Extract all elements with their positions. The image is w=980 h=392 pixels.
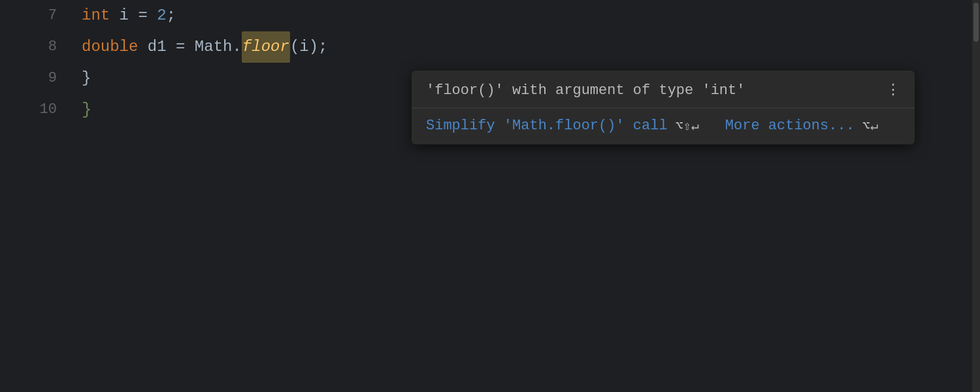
line-number-10: 10 — [0, 94, 75, 125]
closing-brace-green: } — [82, 94, 92, 125]
tooltip-popup: 'floor()' with argument of type 'int' ⋮ … — [412, 71, 915, 144]
simplify-action-shortcut: ⌥⇧↵ — [676, 118, 699, 134]
line-number-9: 9 — [0, 63, 75, 94]
more-actions-shortcut: ⌥↵ — [862, 118, 878, 134]
line-content-7: int i = 2 ; — [75, 0, 176, 31]
code-line-7: 7 int i = 2 ; — [0, 0, 980, 31]
code-area: 7 int i = 2 ; 8 double d1 = Math. floor … — [0, 0, 980, 392]
line-content-10: } — [75, 94, 92, 125]
line-number-7: 7 — [0, 0, 75, 31]
code-line-8: 8 double d1 = Math. floor (i); — [0, 31, 980, 63]
scrollbar-thumb[interactable] — [973, 3, 979, 42]
keyword-int: int — [82, 0, 110, 31]
code-plain-7a: i = — [110, 0, 157, 31]
line-number-8: 8 — [0, 31, 75, 63]
number-2: 2 — [157, 0, 166, 31]
tooltip-title: 'floor()' with argument of type 'int' — [426, 82, 745, 99]
scrollbar[interactable] — [972, 0, 980, 392]
tooltip-menu-icon[interactable]: ⋮ — [886, 84, 900, 98]
editor-container: 7 int i = 2 ; 8 double d1 = Math. floor … — [0, 0, 980, 392]
code-plain-8a: d1 = Math. — [138, 31, 241, 63]
code-plain-9: } — [82, 63, 91, 94]
code-plain-8b: (i); — [290, 31, 328, 63]
simplify-action-link[interactable]: Simplify 'Math.floor()' call — [426, 118, 668, 134]
code-plain-7b: ; — [167, 0, 176, 31]
tooltip-header: 'floor()' with argument of type 'int' ⋮ — [412, 71, 915, 108]
line-content-8: double d1 = Math. floor (i); — [75, 31, 327, 63]
tooltip-actions: Simplify 'Math.floor()' call ⌥⇧↵ More ac… — [412, 108, 915, 144]
keyword-double: double — [82, 31, 138, 63]
more-actions-link[interactable]: More actions... — [725, 118, 855, 134]
method-floor: floor — [242, 31, 290, 63]
line-content-9: } — [75, 63, 91, 94]
